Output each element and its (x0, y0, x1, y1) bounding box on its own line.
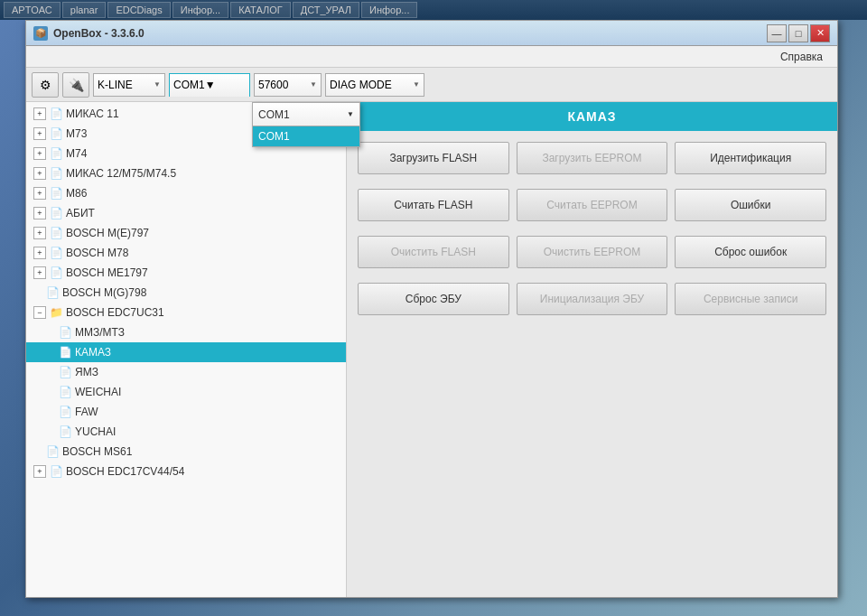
right-panel: КАМАЗ Загрузить FLASH Загрузить EEPROM И… (347, 102, 837, 597)
tree-node-icon: 📄 (50, 107, 62, 120)
errors-button[interactable]: Ошибки (675, 189, 826, 221)
tree-item-faw[interactable]: 📄 FAW (26, 402, 346, 422)
protocol-select[interactable]: K-LINE ▼ (93, 73, 165, 97)
tree-item-boschedc7uc31[interactable]: − 📁 BOSCH EDC7UC31 (26, 303, 346, 322)
com-option-com1[interactable]: COM1 (253, 126, 359, 146)
close-button[interactable]: ✕ (810, 24, 830, 42)
window-controls: — □ ✕ (767, 24, 830, 42)
baud-arrow-icon: ▼ (310, 80, 317, 89)
dropdown-arrow-icon: ▼ (347, 110, 354, 118)
tree-item-boschme1797[interactable]: + 📄 BOSCH ME1797 (26, 263, 346, 283)
action-button-grid: Загрузить FLASH Загрузить EEPROM Идентиф… (347, 131, 837, 597)
tree-node-icon: 📄 (50, 187, 62, 200)
taskbar-item-dst[interactable]: ДСТ_УРАЛ (293, 2, 359, 18)
expander-boschedc7uc31[interactable]: − (33, 306, 46, 319)
tree-item-abit[interactable]: + 📄 АБИТ (26, 203, 346, 223)
baud-value: 57600 (258, 79, 306, 91)
tree-item-weichai[interactable]: 📄 WEICHAI (26, 382, 346, 402)
com-value: COM1 (173, 79, 205, 91)
expander-m86[interactable]: + (33, 187, 46, 200)
expander-boschme1797[interactable]: + (33, 266, 46, 279)
main-window: 📦 OpenBox - 3.3.6.0 — □ ✕ Справка ⚙ 🔌 K-… (25, 20, 838, 598)
tree-item-boschedc17cv44[interactable]: + 📄 BOSCH EDC17CV44/54 (26, 462, 346, 481)
tree-node-icon: 📄 (46, 445, 59, 458)
tree-node-icon: 📄 (50, 127, 62, 140)
tree-node-icon: 📄 (59, 366, 71, 378)
taskbar-item-inform1[interactable]: Инфор... (172, 2, 228, 18)
tree-node-icon: 📄 (59, 425, 71, 438)
mode-arrow-icon: ▼ (413, 80, 420, 89)
com-select[interactable]: COM1 ▼ (169, 73, 250, 97)
baud-select[interactable]: 57600 ▼ (254, 73, 322, 97)
read-flash-button[interactable]: Считать FLASH (358, 189, 509, 221)
tree-node-icon: 📄 (50, 266, 62, 279)
read-eeprom-button[interactable]: Считать EEPROM (517, 189, 668, 221)
mode-value: DIAG MODE (330, 79, 409, 91)
tree-item-yuchai[interactable]: 📄 YUCHAI (26, 422, 346, 442)
reset-errors-button[interactable]: Сброс ошибок (675, 236, 826, 268)
toolbar: ⚙ 🔌 K-LINE ▼ COM1 ▼ 57600 ▼ DIAG MODE ▼ (26, 68, 837, 102)
taskbar-item-inform2[interactable]: Инфор... (361, 2, 417, 18)
connect-icon: 🔌 (69, 78, 84, 92)
mode-select[interactable]: DIAG MODE ▼ (325, 73, 424, 97)
taskbar-item-edcdiags[interactable]: EDCDiags (107, 2, 170, 18)
tree-item-mikas12[interactable]: + 📄 МИКАС 12/M75/M74.5 (26, 163, 346, 183)
expander-mikas12[interactable]: + (33, 167, 46, 180)
tree-node-icon: 📄 (50, 147, 62, 160)
reset-ecu-button[interactable]: Сброс ЭБУ (358, 283, 509, 315)
tree-node-icon: 📄 (50, 207, 62, 219)
load-eeprom-button[interactable]: Загрузить EEPROM (517, 142, 668, 174)
tree-node-icon: 📄 (59, 386, 71, 398)
clear-eeprom-button[interactable]: Очистить EEPROM (517, 236, 668, 268)
connect-button[interactable]: 🔌 (62, 72, 89, 98)
taskbar-item-artoac[interactable]: АРTOАС (4, 2, 61, 18)
tree-item-m86[interactable]: + 📄 M86 (26, 183, 346, 203)
menu-bar: Справка (26, 46, 837, 68)
clear-flash-button[interactable]: Очистить FLASH (358, 236, 509, 268)
protocol-value: K-LINE (98, 79, 150, 91)
com-dropdown: COM1 ▼ COM1 (252, 102, 360, 147)
protocol-arrow-icon: ▼ (154, 80, 161, 89)
minimize-button[interactable]: — (767, 24, 787, 42)
tree-item-yamz[interactable]: 📄 ЯМЗ (26, 362, 346, 382)
settings-icon: ⚙ (40, 78, 51, 92)
app-icon: 📦 (33, 26, 48, 41)
expander-boschm78[interactable]: + (33, 247, 46, 259)
tree-item-mmz-mt3[interactable]: 📄 ММЗ/МТЗ (26, 322, 346, 342)
tree-node-icon: 📁 (50, 306, 62, 319)
tree-item-boschemе797[interactable]: + 📄 BOSCH M(E)797 (26, 223, 346, 243)
settings-button[interactable]: ⚙ (32, 72, 59, 98)
tree-panel: + 📄 МИКАС 11 + 📄 M73 + 📄 M74 + 📄 МИКАС 1… (26, 102, 347, 597)
tree-node-icon: 📄 (50, 167, 62, 180)
tree-node-icon: 📄 (46, 286, 59, 299)
menu-help[interactable]: Справка (773, 49, 830, 65)
tree-item-boschm78[interactable]: + 📄 BOSCH M78 (26, 243, 346, 263)
expander-boschedc17cv44[interactable]: + (33, 465, 46, 478)
load-flash-button[interactable]: Загрузить FLASH (358, 142, 509, 174)
expander-boschemе797[interactable]: + (33, 227, 46, 239)
panel-header: КАМАЗ (347, 102, 837, 131)
expander-abit[interactable]: + (33, 207, 46, 219)
expander-m73[interactable]: + (33, 127, 46, 140)
tree-node-icon: 📄 (59, 406, 71, 418)
window-title: OpenBox - 3.3.6.0 (53, 27, 767, 40)
title-bar: 📦 OpenBox - 3.3.6.0 — □ ✕ (26, 21, 837, 46)
init-ecu-button[interactable]: Инициализация ЭБУ (517, 283, 668, 315)
taskbar-item-planar[interactable]: planar (62, 2, 107, 18)
expander-mikas11[interactable]: + (33, 107, 46, 120)
tree-item-boschms61[interactable]: 📄 BOSCH MS61 (26, 442, 346, 462)
com-arrow-icon: ▼ (205, 79, 216, 91)
identify-button[interactable]: Идентификация (675, 142, 826, 174)
tree-node-icon: 📄 (59, 346, 71, 359)
taskbar: АРTOАС planar EDCDiags Инфор... КАТАЛОГ … (0, 0, 867, 20)
service-records-button[interactable]: Сервисные записи (675, 283, 826, 315)
tree-node-icon: 📄 (50, 247, 62, 259)
tree-node-icon: 📄 (50, 465, 62, 478)
tree-node-icon: 📄 (59, 326, 71, 339)
maximize-button[interactable]: □ (788, 24, 808, 42)
expander-m74[interactable]: + (33, 147, 46, 160)
tree-item-kamaz[interactable]: 📄 КАМАЗ (26, 342, 346, 362)
taskbar-item-catalog[interactable]: КАТАЛОГ (230, 2, 291, 18)
tree-node-icon: 📄 (50, 227, 62, 239)
tree-item-boschмg798[interactable]: 📄 BOSCH M(G)798 (26, 283, 346, 303)
